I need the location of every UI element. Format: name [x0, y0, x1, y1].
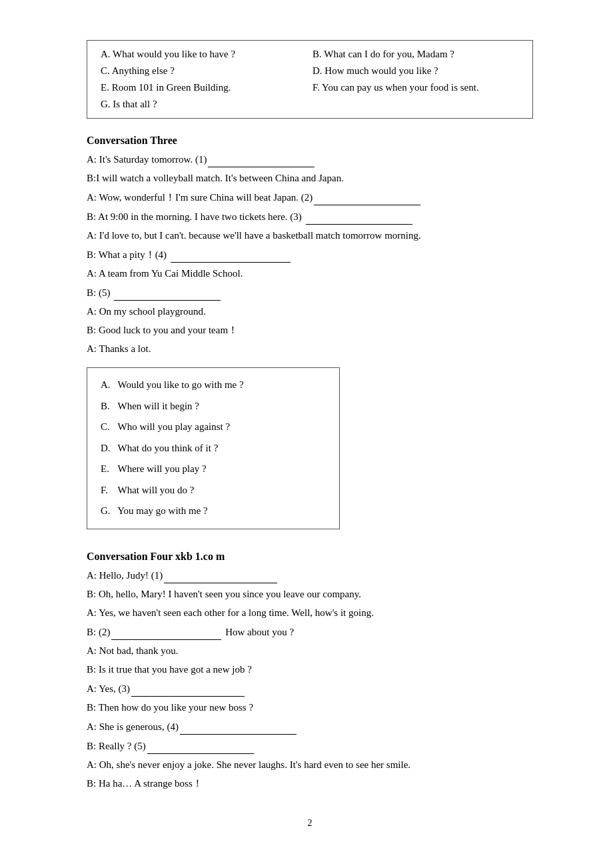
option-a-label: A. [101, 49, 113, 59]
blank-1 [208, 151, 314, 167]
answer-e-text: Where will you play ? [117, 463, 206, 474]
option-e: E. Room 101 in Green Building. [98, 81, 310, 95]
conversation-three-title: Conversation Three [87, 135, 533, 147]
answer-c-label: C. [101, 419, 115, 436]
answer-c-text: Who will you play against ? [117, 421, 230, 432]
c4-line-a3: A: Not bad, thank you. [87, 643, 533, 659]
c4-line-a5: A: She is generous, (4) [87, 718, 533, 735]
option-f-label: F. [312, 82, 322, 93]
option-d: D. How much would you like ? [310, 64, 522, 78]
speaker-b4: B: (5) [87, 287, 113, 298]
speaker-a2: A: Wow, wonderful！I'm sure China will be… [87, 192, 312, 203]
answer-c: C. Who will you play against ? [101, 417, 326, 438]
c4-speaker-a4: A: Yes, (3) [87, 683, 130, 694]
conversation-three-answer-box: A. Would you like to go with me ? B. Whe… [87, 367, 340, 529]
c4-speaker-a3: A: Not bad, thank you. [87, 645, 178, 656]
option-d-label: D. [312, 65, 324, 76]
c4-blank-2 [111, 623, 221, 640]
c4-line-b2: B: (2) How about you ? [87, 623, 533, 640]
answer-a-text: Would you like to go with me ? [117, 379, 243, 390]
blank-3 [306, 208, 412, 225]
line-a2: A: Wow, wonderful！I'm sure China will be… [87, 189, 533, 205]
option-b-label: B. [312, 49, 324, 59]
answer-d-text: What do you think of it ? [117, 443, 218, 453]
speaker-a5: A: On my school playground. [87, 306, 206, 317]
c4-speaker-b1: B: Oh, hello, Mary! I haven't seen you s… [87, 589, 361, 599]
answer-g: G. You may go with me ? [101, 501, 326, 522]
option-placeholder [310, 97, 522, 111]
line-b1: B:I will watch a volleyball match. It's … [87, 170, 533, 186]
line-a3: A: I'd love to, but I can't. because we'… [87, 227, 533, 243]
answer-f: F. What will you do ? [101, 480, 326, 501]
answer-e-label: E. [101, 461, 115, 478]
answer-b-label: B. [101, 398, 115, 415]
c4-speaker-b4: B: Then how do you like your new boss ? [87, 702, 253, 713]
speaker-a6: A: Thanks a lot. [87, 343, 151, 354]
line-a4: A: A team from Yu Cai Middle School. [87, 265, 533, 281]
option-a-text: What would you like to have ? [113, 49, 235, 59]
c4-blank-3 [131, 680, 245, 697]
c4-line-a2: A: Yes, we haven't seen each other for a… [87, 605, 533, 621]
option-f-text: You can pay us when your food is sent. [322, 82, 479, 93]
option-g-text: Is that all ? [113, 99, 157, 109]
line-a6: A: Thanks a lot. [87, 341, 533, 357]
c4-suffix-b2: How about you ? [223, 627, 294, 637]
top-options-box: A. What would you like to have ? B. What… [87, 40, 533, 119]
line-a5: A: On my school playground. [87, 303, 533, 319]
option-e-label: E. [101, 82, 112, 93]
option-g: G. Is that all ? [98, 97, 310, 111]
option-c-text: Anything else ? [112, 65, 175, 76]
answer-d-label: D. [101, 440, 115, 457]
answer-e: E. Where will you play ? [101, 459, 326, 480]
line-b3: B: What a pity！(4) [87, 246, 533, 263]
option-d-text: How much would you like ? [324, 65, 438, 76]
speaker-b1: B:I will watch a volleyball match. It's … [87, 173, 344, 183]
line-b2: B: At 9:00 in the morning. I have two ti… [87, 208, 533, 225]
speaker-a1: A: It's Saturday tomorrow. (1) [87, 154, 207, 165]
blank-2 [314, 189, 420, 205]
conversation-four-title: Conversation Four xkb 1.co m [87, 551, 533, 563]
answer-b-text: When will it begin ? [117, 401, 199, 411]
c4-line-a1: A: Hello, Judy! (1) [87, 567, 533, 583]
speaker-a4: A: A team from Yu Cai Middle School. [87, 268, 243, 279]
c4-speaker-b2: B: (2) [87, 627, 110, 637]
c4-line-b4: B: Then how do you like your new boss ? [87, 699, 533, 715]
answer-f-text: What will you do ? [117, 485, 194, 495]
conversation-four-section: Conversation Four xkb 1.co m A: Hello, J… [87, 551, 533, 791]
answer-g-text: You may go with me ? [117, 505, 208, 516]
line-b5: B: Good luck to you and your team！ [87, 322, 533, 338]
answer-g-label: G. [101, 503, 115, 520]
option-e-text: Room 101 in Green Building. [112, 82, 231, 93]
answer-a: A. Would you like to go with me ? [101, 375, 326, 396]
blank-5 [114, 284, 221, 301]
c4-speaker-a1: A: Hello, Judy! (1) [87, 570, 163, 581]
c4-speaker-b6: B: Ha ha… A strange boss！ [87, 778, 203, 789]
c4-line-b5: B: Really ? (5) [87, 737, 533, 754]
c4-line-b3: B: Is it true that you have got a new jo… [87, 661, 533, 677]
speaker-a3: A: I'd love to, but I can't. because we'… [87, 230, 421, 241]
blank-4 [171, 246, 291, 263]
option-c: C. Anything else ? [98, 64, 310, 78]
c4-blank-5 [147, 737, 254, 754]
c4-line-b1: B: Oh, hello, Mary! I haven't seen you s… [87, 586, 533, 602]
c4-speaker-a5: A: She is generous, (4) [87, 721, 179, 732]
page-number: 2 [87, 818, 533, 829]
speaker-b5: B: Good luck to you and your team！ [87, 325, 238, 335]
conversation-three-section: Conversation Three A: It's Saturday tomo… [87, 135, 533, 545]
c4-speaker-a2: A: Yes, we haven't seen each other for a… [87, 607, 374, 618]
c4-blank-1 [164, 567, 277, 583]
line-a1: A: It's Saturday tomorrow. (1) [87, 151, 533, 167]
c4-blank-4 [180, 718, 297, 735]
option-b: B. What can I do for you, Madam ? [310, 47, 522, 61]
option-a: A. What would you like to have ? [98, 47, 310, 61]
c4-speaker-b3: B: Is it true that you have got a new jo… [87, 664, 252, 675]
option-b-text: What can I do for you, Madam ? [324, 49, 454, 59]
line-b4: B: (5) [87, 284, 533, 301]
speaker-b3: B: What a pity！(4) [87, 249, 169, 260]
answer-a-label: A. [101, 377, 115, 394]
answer-f-label: F. [101, 482, 115, 499]
speaker-b2: B: At 9:00 in the morning. I have two ti… [87, 211, 305, 222]
option-f: F. You can pay us when your food is sent… [310, 81, 522, 95]
answer-b: B. When will it begin ? [101, 396, 326, 417]
option-c-label: C. [101, 65, 112, 76]
